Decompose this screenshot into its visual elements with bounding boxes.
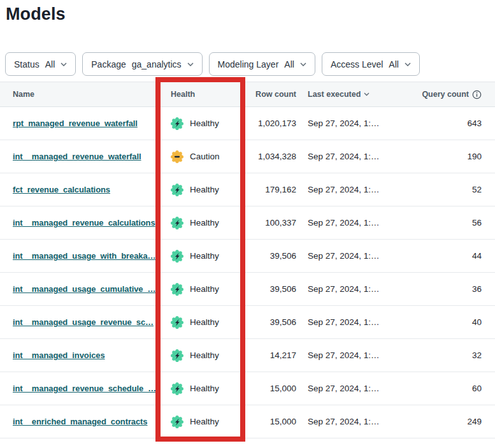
health-badge-icon — [171, 250, 183, 263]
filter-package[interactable]: Package ga_analytics — [82, 52, 202, 76]
query-count: 60 — [389, 384, 495, 393]
column-header-query-count-label: Query count — [422, 90, 469, 99]
filter-package-value: ga_analytics — [132, 59, 182, 69]
models-table: Name Health Row count Last executed Quer… — [0, 82, 495, 438]
filter-access-level-value: All — [389, 59, 399, 69]
table-row: rpt_managed_revenue_waterfall — [0, 107, 495, 140]
last-executed: Sep 27, 2024, 1:… — [301, 350, 389, 360]
health-label: Healthy — [190, 185, 219, 194]
model-link[interactable]: int__managed_revenue_calculations — [13, 218, 155, 228]
filter-access-level-label: Access Level — [331, 59, 383, 69]
table-row: int__managed_invoices — [0, 339, 495, 372]
health-label: Healthy — [190, 384, 219, 393]
column-header-last-executed[interactable]: Last executed — [301, 90, 389, 99]
table-row: int__managed_revenue_waterfall — [0, 140, 495, 173]
row-count: 15,000 — [244, 417, 301, 426]
health-badge-icon — [171, 217, 183, 229]
health-badge-icon — [171, 283, 183, 296]
chevron-down-icon — [405, 62, 411, 66]
health-label: Healthy — [190, 284, 219, 294]
last-executed: Sep 27, 2024, 1:… — [301, 284, 389, 294]
filter-package-label: Package — [91, 59, 126, 69]
table-header: Name Health Row count Last executed Quer… — [0, 82, 495, 107]
query-count: 52 — [389, 185, 495, 194]
column-header-row-count: Row count — [244, 90, 301, 99]
filter-status[interactable]: Status All — [5, 52, 76, 76]
health-label: Healthy — [190, 218, 219, 228]
health-label: Healthy — [190, 417, 219, 426]
filter-bar: Status All Package ga_analytics Modeling… — [5, 52, 420, 76]
model-link[interactable]: fct_revenue_calculations — [13, 185, 110, 194]
row-count: 39,506 — [244, 284, 301, 294]
query-count: 44 — [389, 251, 495, 261]
last-executed: Sep 27, 2024, 1:… — [301, 384, 389, 393]
chevron-down-icon — [300, 62, 306, 66]
health-badge-icon — [171, 382, 183, 395]
last-executed: Sep 27, 2024, 1:… — [301, 119, 389, 128]
health-badge-icon — [171, 150, 183, 163]
health-label: Healthy — [190, 119, 219, 128]
column-header-query-count: Query count — [389, 90, 495, 99]
health-badge-icon — [171, 349, 183, 362]
row-count: 179,162 — [244, 185, 301, 194]
row-count: 15,000 — [244, 384, 301, 393]
filter-modeling-layer-label: Modeling Layer — [218, 59, 279, 69]
table-row: int__managed_usage_with_breaka… — [0, 240, 495, 273]
row-count: 100,337 — [244, 218, 301, 228]
model-link[interactable]: int__managed_revenue_schedule_… — [13, 384, 156, 393]
model-link[interactable]: int__enriched_managed_contracts — [13, 417, 147, 426]
table-row: int__managed_revenue_calculations — [0, 206, 495, 240]
chevron-down-icon — [61, 62, 67, 66]
column-header-last-executed-label: Last executed — [308, 90, 361, 99]
model-link[interactable]: int__managed_usage_cumulative_… — [13, 284, 156, 294]
health-label: Healthy — [190, 350, 219, 360]
table-row: int__enriched_managed_contracts — [0, 405, 495, 438]
filter-status-label: Status — [14, 59, 39, 69]
row-count: 39,506 — [244, 251, 301, 261]
filter-status-value: All — [45, 59, 55, 69]
filter-modeling-layer[interactable]: Modeling Layer All — [209, 52, 315, 76]
model-link[interactable]: rpt_managed_revenue_waterfall — [13, 119, 138, 128]
health-badge-icon — [171, 184, 183, 196]
column-header-name: Name — [0, 90, 158, 99]
query-count: 32 — [389, 350, 495, 360]
row-count: 1,020,173 — [244, 119, 301, 128]
model-link[interactable]: int__managed_usage_with_breaka… — [13, 251, 156, 261]
health-badge-icon — [171, 117, 183, 130]
query-count: 40 — [389, 317, 495, 327]
last-executed: Sep 27, 2024, 1:… — [301, 185, 389, 194]
query-count: 56 — [389, 218, 495, 228]
model-link[interactable]: int__managed_revenue_waterfall — [13, 152, 141, 161]
filter-access-level[interactable]: Access Level All — [322, 52, 420, 76]
health-badge-icon — [171, 316, 183, 329]
health-label: Healthy — [190, 317, 219, 327]
last-executed: Sep 27, 2024, 1:… — [301, 218, 389, 228]
query-count: 643 — [389, 119, 495, 128]
health-badge-icon — [171, 415, 183, 428]
sort-chevron-icon — [364, 92, 369, 96]
table-body: rpt_managed_revenue_waterfall — [0, 107, 495, 438]
page-title: Models — [6, 4, 495, 24]
chevron-down-icon — [187, 62, 194, 66]
health-label: Caution — [190, 152, 220, 161]
row-count: 14,217 — [244, 350, 301, 360]
row-count: 1,034,328 — [244, 152, 301, 161]
table-row: int__managed_usage_cumulative_… — [0, 273, 495, 306]
last-executed: Sep 27, 2024, 1:… — [301, 251, 389, 261]
filter-modeling-layer-value: All — [284, 59, 294, 69]
query-count: 249 — [389, 417, 495, 426]
query-count: 190 — [389, 152, 495, 161]
last-executed: Sep 27, 2024, 1:… — [301, 317, 389, 327]
last-executed: Sep 27, 2024, 1:… — [301, 152, 389, 161]
info-icon[interactable] — [472, 90, 482, 99]
table-row: int__managed_revenue_schedule_… — [0, 372, 495, 405]
row-count: 39,506 — [244, 317, 301, 327]
column-header-health: Health — [158, 90, 244, 99]
model-link[interactable]: int__managed_invoices — [13, 350, 105, 360]
table-row: fct_revenue_calculations — [0, 173, 495, 206]
table-row: int__managed_usage_revenue_sc… — [0, 306, 495, 339]
model-link[interactable]: int__managed_usage_revenue_sc… — [13, 317, 154, 327]
health-label: Healthy — [190, 251, 219, 261]
query-count: 36 — [389, 284, 495, 294]
last-executed: Sep 27, 2024, 1:… — [301, 417, 389, 426]
